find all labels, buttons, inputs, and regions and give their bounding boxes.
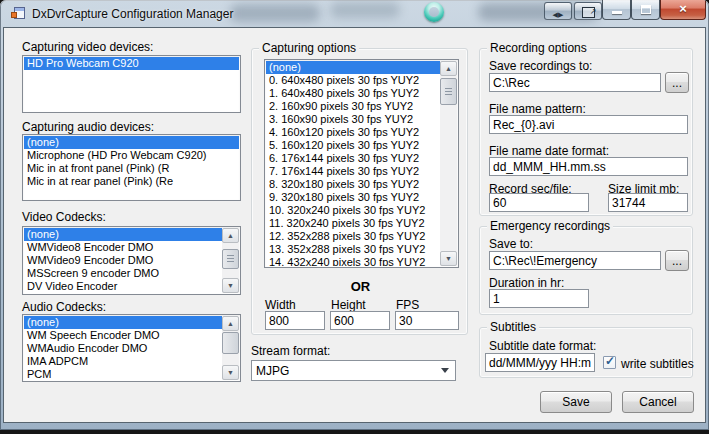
maximize-icon xyxy=(641,5,651,14)
file-name-date-format-input[interactable] xyxy=(489,157,688,176)
list-item[interactable]: MSScreen 9 encoder DMO xyxy=(24,267,222,280)
write-subtitles-label: write subtitles xyxy=(621,357,694,371)
scroll-up-icon[interactable]: ▲ xyxy=(222,228,239,243)
subtitle-date-format-label: Subtitle date format: xyxy=(489,339,596,353)
list-item[interactable]: Microphone (HD Pro Webcam C920) xyxy=(24,149,239,162)
scroll-down-icon[interactable]: ▼ xyxy=(440,251,457,266)
scroll-up-icon[interactable]: ▲ xyxy=(222,316,239,331)
recording-options-group-title: Recording options xyxy=(487,41,590,55)
cancel-button[interactable]: Cancel xyxy=(622,391,694,413)
nav-arrows-button[interactable]: ◀▶ xyxy=(544,2,572,20)
scrollbar-thumb[interactable] xyxy=(222,249,239,269)
scrollbar[interactable]: ▲ ▼ xyxy=(222,228,239,293)
list-item[interactable]: 9. 320x180 pixels 30 fps YUY2 xyxy=(266,191,440,204)
save-button[interactable]: Save xyxy=(540,391,612,413)
list-item[interactable]: 12. 352x288 pixels 30 fps YUY2 xyxy=(266,230,440,243)
audio-devices-listbox[interactable]: (none)Microphone (HD Pro Webcam C920)Mic… xyxy=(22,134,241,201)
popout-button[interactable]: ↗ xyxy=(574,2,602,20)
video-codecs-listbox[interactable]: (none)WMVideo8 Encoder DMOWMVideo9 Encod… xyxy=(22,226,241,295)
list-item[interactable]: 8. 320x180 pixels 30 fps YUY2 xyxy=(266,178,440,191)
list-item[interactable]: WMAudio Encoder DMO xyxy=(24,342,222,355)
app-icon xyxy=(11,7,26,21)
save-recordings-to-input[interactable] xyxy=(489,73,661,92)
scroll-down-icon[interactable]: ▼ xyxy=(222,365,239,380)
list-item[interactable]: Mic in at rear panel (Pink) (Re xyxy=(24,175,239,188)
height-label: Height xyxy=(331,298,366,312)
list-item[interactable]: 6. 176x144 pixels 30 fps YUY2 xyxy=(266,152,440,165)
scrollbar-thumb[interactable] xyxy=(222,332,239,354)
app-window: DxDvrCapture Configuration Manager ◀▶ ↗ … xyxy=(0,0,709,430)
width-input[interactable] xyxy=(265,311,325,330)
emergency-recordings-group-title: Emergency recordings xyxy=(487,219,613,233)
scrollbar[interactable]: ▲ ▼ xyxy=(222,316,239,380)
audio-codecs-listbox[interactable]: (none)WM Speech Encoder DMOWMAudio Encod… xyxy=(22,314,241,382)
scroll-down-icon[interactable]: ▼ xyxy=(222,278,239,293)
subtitle-date-format-input[interactable] xyxy=(485,353,595,372)
capturing-options-listbox[interactable]: (none)0. 640x480 pixels 30 fps YUY21. 64… xyxy=(264,59,459,268)
video-codecs-label: Video Codecks: xyxy=(22,210,106,224)
audio-codecs-label: Audio Codecks: xyxy=(22,300,106,314)
or-label: OR xyxy=(252,279,469,294)
stream-format-combobox[interactable]: MJPG xyxy=(251,360,456,381)
list-item[interactable]: 10. 320x240 pixels 30 fps YUY2 xyxy=(266,204,440,217)
list-item[interactable]: PCM xyxy=(24,368,222,380)
video-devices-listbox[interactable]: HD Pro Webcam C920 xyxy=(22,55,241,113)
file-name-pattern-input[interactable] xyxy=(489,115,688,134)
list-item[interactable]: WMVideo9 Encoder DMO xyxy=(24,254,222,267)
scrollbar-thumb[interactable] xyxy=(440,78,457,105)
list-item[interactable]: HD Pro Webcam C920 xyxy=(24,57,239,70)
glass-blur-blob xyxy=(330,2,400,18)
capturing-options-group: Capturing options (none)0. 640x480 pixel… xyxy=(251,48,468,335)
list-item[interactable]: WM Speech Encoder DMO xyxy=(24,329,222,342)
browse-emergency-button[interactable]: ... xyxy=(665,250,689,271)
list-item[interactable]: Mic in at front panel (Pink) (R xyxy=(24,162,239,175)
size-limit-input[interactable] xyxy=(608,193,688,212)
list-item[interactable]: 4. 160x120 pixels 30 fps YUY2 xyxy=(266,126,440,139)
popout-window-icon: ↗ xyxy=(582,7,595,18)
width-label: Width xyxy=(265,298,296,312)
minimize-button[interactable] xyxy=(602,0,631,20)
left-right-arrows-icon: ◀▶ xyxy=(553,11,564,18)
recording-options-group: Recording options Save recordings to: ..… xyxy=(479,48,693,216)
write-subtitles-checkbox[interactable]: ✓ xyxy=(603,356,616,369)
list-item[interactable]: 7. 176x144 pixels 30 fps YUY2 xyxy=(266,165,440,178)
duration-label: Duration in hr: xyxy=(489,276,564,290)
audio-devices-label: Capturing audio devices: xyxy=(22,120,154,134)
maximize-button[interactable] xyxy=(631,0,660,20)
list-item[interactable]: 2. 160x90 pixels 30 fps YUY2 xyxy=(266,100,440,113)
list-item[interactable]: 3. 160x90 pixels 30 fps YUY2 xyxy=(266,113,440,126)
record-sec-input[interactable] xyxy=(489,193,589,212)
close-button[interactable]: × xyxy=(660,0,706,20)
stream-format-value: MJPG xyxy=(256,364,289,378)
list-item[interactable]: 5. 160x120 pixels 30 fps YUY2 xyxy=(266,139,440,152)
list-item[interactable]: WMVideo8 Encoder DMO xyxy=(24,241,222,254)
list-item[interactable]: IMA ADPCM xyxy=(24,355,222,368)
stream-format-label: Stream format: xyxy=(251,344,330,358)
list-item[interactable]: (none) xyxy=(24,316,222,329)
list-item[interactable]: (none) xyxy=(266,61,440,74)
glass-blur-blob xyxy=(230,4,320,22)
scroll-up-icon[interactable]: ▲ xyxy=(440,61,457,76)
list-item[interactable]: 0. 640x480 pixels 30 fps YUY2 xyxy=(266,74,440,87)
teal-ring-icon xyxy=(424,2,444,22)
list-item[interactable]: (none) xyxy=(24,136,239,149)
fps-input[interactable] xyxy=(395,311,459,330)
window-title: DxDvrCapture Configuration Manager xyxy=(32,7,233,21)
list-item[interactable]: (none) xyxy=(24,228,222,241)
title-bar[interactable]: DxDvrCapture Configuration Manager ◀▶ ↗ … xyxy=(0,0,709,28)
video-devices-label: Capturing video devices: xyxy=(22,40,153,54)
subtitles-group-title: Subtitles xyxy=(487,320,539,334)
list-item[interactable]: 13. 352x288 pixels 30 fps YUY2 xyxy=(266,243,440,256)
list-item[interactable]: 1. 640x480 pixels 30 fps YUY2 xyxy=(266,87,440,100)
duration-input[interactable] xyxy=(489,289,589,308)
list-item[interactable]: 14. 432x240 pixels 30 fps YUY2 xyxy=(266,256,440,266)
list-item[interactable]: DV Video Encoder xyxy=(24,280,222,293)
height-input[interactable] xyxy=(330,311,390,330)
list-item[interactable]: 11. 320x240 pixels 30 fps YUY2 xyxy=(266,217,440,230)
emergency-save-to-input[interactable] xyxy=(489,251,661,270)
emergency-save-to-label: Save to: xyxy=(489,237,533,251)
capturing-options-group-title: Capturing options xyxy=(259,41,359,55)
scrollbar[interactable]: ▲ ▼ xyxy=(440,61,457,266)
browse-recordings-button[interactable]: ... xyxy=(665,72,689,93)
file-name-pattern-label: File name pattern: xyxy=(489,102,586,116)
